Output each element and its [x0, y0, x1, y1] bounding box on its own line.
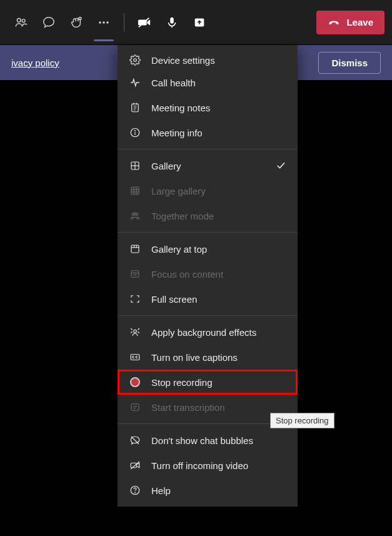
menu-separator — [118, 149, 298, 149]
svg-point-34 — [134, 330, 137, 333]
more-actions-menu: Device settings Call health Meeting note… — [118, 45, 298, 507]
record-icon — [129, 376, 141, 388]
menu-separator — [118, 315, 298, 316]
menu-label: Focus on content — [151, 269, 223, 280]
menu-label: Help — [151, 485, 171, 496]
content-icon — [129, 268, 141, 280]
menu-live-captions[interactable]: Turn on live captions — [118, 345, 298, 370]
menu-gallery-at-top[interactable]: Gallery at top — [118, 236, 298, 261]
svg-rect-27 — [131, 245, 139, 253]
check-icon — [275, 159, 286, 173]
svg-point-11 — [134, 59, 137, 62]
svg-rect-31 — [131, 271, 139, 278]
menu-label: Gallery — [151, 161, 181, 171]
menu-gallery[interactable]: Gallery — [118, 153, 298, 178]
svg-line-35 — [131, 328, 132, 330]
menu-turn-off-incoming-video[interactable]: Turn off incoming video — [118, 453, 298, 478]
cc-icon — [129, 351, 141, 363]
svg-point-26 — [134, 213, 136, 215]
menu-device-settings[interactable]: Device settings — [118, 45, 298, 70]
menu-label: Meeting notes — [151, 103, 210, 113]
tooltip: Stop recording — [270, 413, 334, 428]
svg-point-0 — [17, 18, 21, 22]
menu-label: Turn on live captions — [151, 352, 238, 363]
menu-label: Full screen — [151, 294, 197, 305]
effects-icon — [129, 326, 141, 338]
menu-label: Together mode — [151, 211, 214, 221]
menu-focus-content: Focus on content — [118, 261, 298, 286]
svg-line-38 — [138, 331, 139, 333]
leave-label: Leave — [346, 17, 373, 28]
fullscreen-icon — [129, 293, 141, 305]
menu-label: Large gallery — [151, 186, 206, 196]
menu-stop-recording[interactable]: Stop recording — [118, 370, 298, 395]
svg-rect-8 — [170, 17, 174, 23]
svg-rect-19 — [131, 187, 139, 195]
camera-button[interactable] — [131, 8, 158, 38]
share-button[interactable] — [186, 8, 213, 38]
info-icon — [129, 126, 141, 139]
menu-call-health[interactable]: Call health — [118, 70, 298, 95]
more-actions-button[interactable] — [90, 8, 118, 38]
svg-line-36 — [131, 331, 132, 333]
menu-label: Stop recording — [151, 377, 213, 388]
svg-point-47 — [135, 492, 136, 493]
menu-meeting-notes[interactable]: Meeting notes — [118, 95, 298, 120]
svg-point-2 — [79, 17, 81, 19]
svg-point-5 — [106, 21, 109, 24]
leave-button[interactable]: Leave — [316, 11, 384, 34]
mic-button[interactable] — [158, 8, 186, 38]
people-button[interactable] — [8, 8, 35, 38]
menu-label: Apply background effects — [151, 327, 256, 338]
menu-label: Call health — [151, 78, 196, 88]
grid-icon — [129, 185, 141, 197]
toolbar-separator — [124, 13, 124, 32]
menu-label: Gallery at top — [151, 244, 207, 255]
video-off-icon — [129, 459, 141, 472]
people-icon — [129, 210, 141, 222]
menu-full-screen[interactable]: Full screen — [118, 286, 298, 311]
svg-point-15 — [135, 131, 136, 131]
gallery-top-icon — [129, 243, 141, 255]
menu-label: Device settings — [151, 55, 215, 66]
menu-help[interactable]: Help — [118, 478, 298, 503]
menu-label: Meeting info — [151, 128, 203, 138]
svg-rect-40 — [131, 404, 139, 411]
dismiss-button[interactable]: Dismiss — [318, 52, 381, 74]
notes-icon — [129, 101, 141, 114]
menu-label: Turn off incoming video — [151, 460, 248, 471]
transcription-icon — [129, 401, 141, 413]
menu-separator — [118, 232, 298, 233]
svg-point-1 — [22, 19, 25, 22]
hangup-icon — [328, 16, 340, 29]
reactions-button[interactable] — [63, 8, 90, 38]
meeting-toolbar: Leave — [0, 0, 392, 45]
chat-button[interactable] — [35, 8, 63, 38]
help-icon — [129, 484, 141, 497]
chat-off-icon — [129, 434, 141, 447]
svg-point-3 — [99, 21, 101, 24]
svg-point-4 — [103, 21, 105, 24]
grid-icon — [129, 159, 141, 172]
menu-meeting-info[interactable]: Meeting info — [118, 120, 298, 145]
menu-label: Start transcription — [151, 402, 225, 413]
menu-label: Don't show chat bubbles — [151, 435, 253, 446]
svg-rect-39 — [131, 355, 139, 360]
pulse-icon — [129, 76, 141, 89]
svg-line-37 — [138, 328, 139, 330]
menu-large-gallery: Large gallery — [118, 178, 298, 203]
privacy-policy-link[interactable]: ivacy policy — [11, 58, 59, 68]
menu-together-mode: Together mode — [118, 203, 298, 228]
menu-hide-chat-bubbles[interactable]: Don't show chat bubbles — [118, 428, 298, 453]
gear-icon — [129, 54, 141, 66]
menu-background-effects[interactable]: Apply background effects — [118, 320, 298, 345]
